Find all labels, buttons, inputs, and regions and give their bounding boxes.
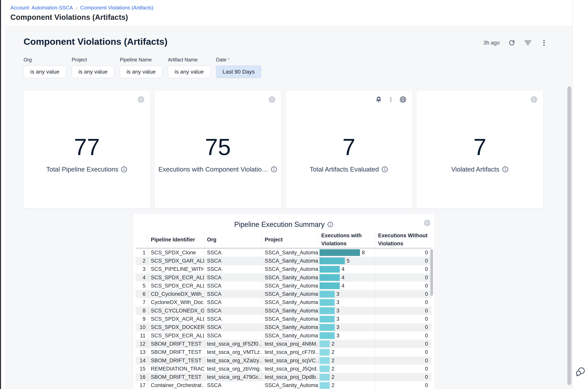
- column-header-project[interactable]: Project: [262, 231, 318, 248]
- chat-bubbles-icon[interactable]: [575, 367, 585, 377]
- executions-without-violations-cell[interactable]: 0: [375, 381, 431, 389]
- kpi-value[interactable]: 7: [474, 135, 486, 159]
- org-cell[interactable]: test_ssca_org_479Gc…: [204, 373, 262, 381]
- violations-bar-value[interactable]: 3: [336, 324, 339, 330]
- pipeline-identifier-cell[interactable]: CycloneDX_With_Doc…: [148, 298, 204, 307]
- project-cell[interactable]: SSCA_Sanity_Automa…: [262, 290, 318, 298]
- executions-without-violations-cell[interactable]: 0: [375, 257, 431, 265]
- filter-icon[interactable]: [524, 39, 532, 47]
- project-cell[interactable]: SSCA_Sanity_Automa…: [262, 331, 318, 340]
- violations-bar[interactable]: [319, 316, 335, 323]
- info-icon[interactable]: [327, 221, 334, 228]
- org-cell[interactable]: SSCA: [204, 298, 262, 307]
- project-cell[interactable]: SSCA_Sanity_Automa…: [262, 257, 318, 265]
- org-cell[interactable]: SSCA: [204, 282, 262, 290]
- executions-with-violations-cell[interactable]: 3: [318, 315, 375, 323]
- project-cell[interactable]: SSCA_Sanity_Automa…: [262, 282, 318, 290]
- violations-bar-value[interactable]: 2: [332, 357, 334, 364]
- violations-bar-value[interactable]: 3: [336, 333, 339, 339]
- violations-bar-value[interactable]: 2: [332, 341, 334, 347]
- org-cell[interactable]: SSCA: [204, 315, 262, 323]
- violations-bar[interactable]: [319, 274, 340, 281]
- violations-bar[interactable]: [319, 299, 335, 306]
- info-icon[interactable]: [121, 166, 128, 173]
- violations-bar[interactable]: [319, 307, 335, 314]
- executions-with-violations-cell[interactable]: 8: [318, 249, 375, 257]
- executions-without-violations-cell[interactable]: 0: [375, 315, 431, 323]
- executions-without-violations-cell[interactable]: 0: [375, 373, 431, 381]
- filter-project-value[interactable]: is any value: [72, 65, 114, 78]
- executions-with-violations-cell[interactable]: 4: [318, 273, 375, 282]
- pipeline-identifier-cell[interactable]: SCS_CYCLONEDX_GA…: [148, 307, 204, 315]
- executions-without-violations-cell[interactable]: 0: [375, 298, 431, 307]
- violations-bar[interactable]: [319, 266, 340, 273]
- executions-with-violations-cell[interactable]: 2: [318, 348, 375, 357]
- violations-bar[interactable]: [319, 365, 330, 372]
- pipeline-identifier-cell[interactable]: SCS_SPDX_Clone: [148, 249, 204, 257]
- pipeline-identifier-cell[interactable]: SCS_PIPELINE_WITH…: [148, 265, 204, 273]
- executions-with-violations-cell[interactable]: 2: [318, 381, 375, 389]
- project-cell[interactable]: SSCA_Sanity_Automa…: [262, 315, 318, 323]
- pipeline-identifier-cell[interactable]: SCS_SPDX_ECR_ALL_…: [148, 282, 204, 290]
- org-cell[interactable]: test_ssca_org_tF5Zf0…: [204, 340, 262, 348]
- table-scrollbar-thumb[interactable]: [430, 249, 433, 296]
- kpi-value[interactable]: 7: [343, 135, 355, 159]
- pipeline-identifier-cell[interactable]: SCS_SPDX_DOCKER_…: [148, 323, 204, 331]
- violations-bar-value[interactable]: 8: [362, 250, 365, 256]
- violations-bar[interactable]: [319, 332, 335, 339]
- org-cell[interactable]: SSCA: [204, 307, 262, 315]
- violations-bar[interactable]: [319, 249, 360, 256]
- pipeline-identifier-cell[interactable]: SBOM_DRIFT_TEST: [148, 357, 204, 365]
- column-header-executions-without-violations[interactable]: Executions Without Violations: [375, 231, 431, 248]
- project-cell[interactable]: SSCA_Sanity_Automa…: [262, 298, 318, 307]
- project-cell[interactable]: test_ssca_proj_scjVC…: [262, 357, 318, 365]
- filter-date-value[interactable]: Last 90 Days: [216, 65, 261, 78]
- org-cell[interactable]: test_ssca_org_XZalzy…: [204, 357, 262, 365]
- project-cell[interactable]: SSCA_Sanity_Automa…: [262, 307, 318, 315]
- info-icon[interactable]: [502, 166, 509, 173]
- executions-with-violations-cell[interactable]: 2: [318, 357, 375, 365]
- executions-without-violations-cell[interactable]: 0: [375, 357, 431, 365]
- violations-bar-value[interactable]: 2: [332, 374, 334, 380]
- violations-bar[interactable]: [319, 349, 330, 356]
- violations-bar[interactable]: [319, 291, 335, 297]
- filter-pipeline-name-value[interactable]: is any value: [120, 65, 162, 78]
- pipeline-identifier-cell[interactable]: CD_CycloneDX_With_…: [148, 290, 204, 298]
- violations-bar-value[interactable]: 3: [336, 308, 339, 314]
- violations-bar[interactable]: [319, 374, 330, 381]
- refresh-icon[interactable]: [508, 39, 516, 47]
- org-cell[interactable]: test_ssca_org_VMTLz…: [204, 348, 262, 357]
- violations-bar[interactable]: [319, 382, 330, 389]
- violations-bar-value[interactable]: 3: [336, 299, 339, 305]
- org-cell[interactable]: test_ssca_org_zbVmg…: [204, 365, 262, 373]
- project-cell[interactable]: test_ssca_proj_cF7I9…: [262, 348, 318, 357]
- info-icon[interactable]: [381, 166, 388, 173]
- kebab-menu-icon[interactable]: [540, 39, 548, 47]
- executions-without-violations-cell[interactable]: 0: [375, 323, 431, 331]
- executions-without-violations-cell[interactable]: 0: [375, 340, 431, 348]
- violations-bar-value[interactable]: 2: [332, 382, 334, 389]
- pipeline-identifier-cell[interactable]: SCS_SPDX_ECR_ALL_…: [148, 331, 204, 340]
- org-cell[interactable]: SSCA: [204, 323, 262, 331]
- violations-bar[interactable]: [319, 258, 345, 264]
- project-cell[interactable]: test_ssca_proj_J5Qrd…: [262, 365, 318, 373]
- breadcrumb-current-link[interactable]: Component Violations (Artifacts): [80, 5, 153, 11]
- column-header-executions-with-violations[interactable]: Executions with Violations: [318, 231, 375, 248]
- violations-bar-value[interactable]: 2: [332, 366, 334, 372]
- pipeline-identifier-cell[interactable]: SCS_SPDX_GAR_ALL…: [148, 257, 204, 265]
- executions-without-violations-cell[interactable]: 0: [375, 249, 431, 257]
- executions-without-violations-cell[interactable]: 0: [375, 307, 431, 315]
- project-cell[interactable]: test_ssca_proj_Dpdlb…: [262, 373, 318, 381]
- filter-org-value[interactable]: is any value: [24, 65, 66, 78]
- filter-artifact-name-value[interactable]: is any value: [168, 65, 210, 78]
- kpi-value[interactable]: 77: [74, 135, 100, 159]
- kpi-value[interactable]: 75: [205, 135, 231, 159]
- executions-with-violations-cell[interactable]: 4: [318, 282, 375, 290]
- executions-with-violations-cell[interactable]: 3: [318, 331, 375, 340]
- column-header-pipeline-identifier[interactable]: Pipeline Identifier: [148, 231, 204, 248]
- violations-bar[interactable]: [319, 357, 330, 364]
- org-cell[interactable]: SSCA: [204, 265, 262, 273]
- executions-with-violations-cell[interactable]: 3: [318, 307, 375, 315]
- executions-without-violations-cell[interactable]: 0: [375, 273, 431, 282]
- executions-with-violations-cell[interactable]: 2: [318, 340, 375, 348]
